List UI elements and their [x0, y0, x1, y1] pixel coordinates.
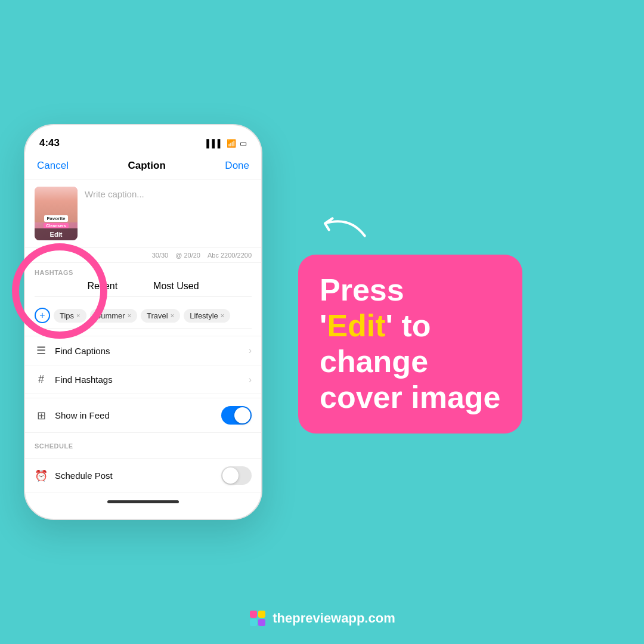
hashtag-tabs: Recent Most Used [35, 281, 252, 297]
arrow-icon [310, 210, 370, 246]
svg-rect-0 [250, 611, 257, 618]
lines-icon: ☰ [35, 344, 48, 357]
schedule-post-label: Schedule Post [55, 470, 214, 481]
bubble-line4: cover image [320, 380, 501, 416]
wifi-icon: 📶 [227, 139, 236, 148]
footer: thepreviewapp.com [0, 609, 644, 627]
show-in-feed-label: Show in Feed [55, 410, 214, 420]
find-captions-chevron: › [249, 345, 252, 356]
tab-recent[interactable]: Recent [87, 281, 117, 292]
arrow-container [310, 210, 370, 249]
tab-most-used[interactable]: Most Used [153, 281, 199, 292]
hashtags-section: HASHTAGS Recent Most Used + Tips × Summe… [25, 263, 261, 332]
stats-bar: 30/30 @ 20/20 Abc 2200/2200 [25, 248, 261, 263]
main-content: 4:43 ▌▌▌ 📶 ▭ Cancel Caption Done [0, 0, 644, 644]
right-side: Press 'Edit' to change cover image [298, 210, 620, 433]
bubble-line2: 'Edit' to [320, 308, 501, 344]
clock-icon: ⏰ [35, 469, 48, 482]
status-bar: 4:43 ▌▌▌ 📶 ▭ [25, 137, 261, 149]
post-thumbnail[interactable]: Favorite Cleansers Edit [35, 187, 78, 240]
schedule-post-section: ⏰ Schedule Post [25, 458, 261, 493]
schedule-post-row: ⏰ Schedule Post [25, 459, 261, 493]
chip-summer[interactable]: Summer × [90, 309, 138, 323]
phone-mockup: 4:43 ▌▌▌ 📶 ▭ Cancel Caption Done [24, 124, 262, 520]
menu-section: ☰ Find Captions › # Find Hashtags › [25, 336, 261, 394]
edit-overlay[interactable]: Edit [35, 228, 78, 240]
add-chip-button[interactable]: + [35, 308, 50, 323]
chip-lifestyle[interactable]: Lifestyle × [184, 309, 230, 323]
cancel-button[interactable]: Cancel [37, 160, 69, 172]
mention-count: @ 20/20 [175, 252, 200, 259]
edit-highlight: Edit [327, 308, 385, 343]
show-in-feed-section: ⊞ Show in Feed [25, 398, 261, 433]
chip-travel[interactable]: Travel × [141, 309, 180, 323]
bubble-text: Press 'Edit' to change cover image [320, 273, 501, 415]
cleansers-label: Cleansers [44, 223, 68, 228]
screen-title: Caption [128, 160, 166, 172]
favorite-label: Favorite [44, 215, 67, 222]
hashtag-chips: + Tips × Summer × Travel × Lifestyle × [35, 303, 252, 329]
battery-icon: ▭ [240, 139, 247, 148]
chip-summer-remove[interactable]: × [128, 312, 131, 319]
caption-count: Abc 2200/2200 [208, 252, 252, 259]
chip-lifestyle-remove[interactable]: × [221, 312, 224, 319]
thumbnail-labels: Favorite Cleansers [35, 215, 78, 228]
find-captions-row[interactable]: ☰ Find Captions › [25, 336, 261, 365]
chip-tips[interactable]: Tips × [54, 309, 86, 323]
find-captions-label: Find Captions [55, 346, 242, 356]
status-icons: ▌▌▌ 📶 ▭ [206, 139, 247, 148]
svg-rect-1 [258, 611, 265, 618]
grid-icon: ⊞ [35, 409, 48, 422]
svg-rect-3 [258, 619, 265, 626]
app-logo [249, 609, 267, 627]
bubble-line1: Press [320, 273, 501, 308]
schedule-post-toggle[interactable] [221, 466, 252, 485]
pink-bubble: Press 'Edit' to change cover image [298, 255, 522, 433]
char-count: 30/30 [152, 252, 169, 259]
hash-icon: # [35, 373, 48, 386]
svg-rect-2 [250, 619, 257, 626]
home-indicator [107, 500, 179, 503]
chip-tips-remove[interactable]: × [76, 312, 80, 319]
chip-travel-remove[interactable]: × [171, 312, 174, 319]
find-hashtags-row[interactable]: # Find Hashtags › [25, 365, 261, 394]
thumbnail-image: Favorite Cleansers Edit [35, 187, 78, 240]
signal-icon: ▌▌▌ [206, 139, 223, 148]
show-in-feed-toggle[interactable] [221, 406, 252, 425]
caption-area: Favorite Cleansers Edit Write caption... [25, 179, 261, 248]
footer-website: thepreviewapp.com [273, 611, 395, 626]
done-button[interactable]: Done [225, 160, 249, 172]
find-hashtags-label: Find Hashtags [55, 374, 242, 385]
show-in-feed-row: ⊞ Show in Feed [25, 398, 261, 432]
schedule-label: SCHEDULE [35, 442, 252, 450]
caption-input[interactable]: Write caption... [85, 187, 252, 240]
phone-time: 4:43 [39, 137, 60, 149]
hashtags-label: HASHTAGS [35, 269, 252, 276]
find-hashtags-chevron: › [249, 374, 252, 385]
schedule-section: SCHEDULE [25, 436, 261, 454]
bubble-line3: change [320, 344, 501, 380]
phone-container: 4:43 ▌▌▌ 📶 ▭ Cancel Caption Done [24, 124, 274, 520]
nav-bar: Cancel Caption Done [25, 155, 261, 179]
